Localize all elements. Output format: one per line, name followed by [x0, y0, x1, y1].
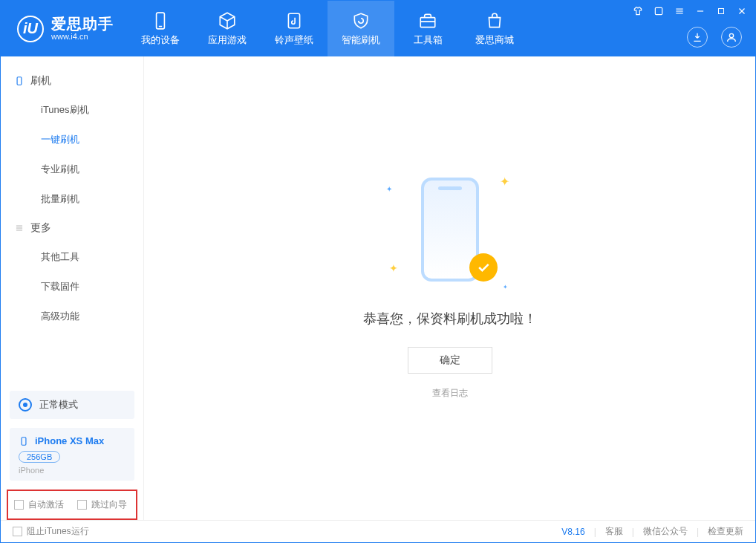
minimize-icon[interactable] — [694, 5, 706, 17]
maximize-icon[interactable] — [715, 5, 727, 17]
sidebar-item-batch-flash[interactable]: 批量刷机 — [1, 184, 143, 214]
svg-point-12 — [729, 33, 733, 37]
svg-rect-2 — [288, 13, 299, 28]
brand-url: www.i4.cn — [51, 32, 114, 41]
menu-icon[interactable] — [674, 5, 685, 17]
device-name: iPhone XS Max — [35, 435, 104, 446]
sidebar: 刷机 iTunes刷机 一键刷机 专业刷机 批量刷机 更多 其他工具 下载固件 … — [1, 56, 144, 520]
svg-rect-17 — [22, 437, 26, 445]
phone-outline-icon — [14, 76, 25, 86]
sidebar-item-pro-flash[interactable]: 专业刷机 — [1, 155, 143, 184]
nav-item-toolbox[interactable]: 工具箱 — [394, 1, 461, 56]
sidebar-item-itunes-flash[interactable]: iTunes刷机 — [1, 95, 143, 125]
main-nav: 我的设备 应用游戏 铃声壁纸 智能刷机 工具箱 爱思商城 — [127, 1, 528, 56]
svg-rect-13 — [17, 77, 22, 85]
bag-icon — [485, 11, 504, 30]
close-icon[interactable] — [736, 5, 748, 17]
success-illustration: ✦ ✦ ✦ ✦ — [405, 178, 495, 296]
sidebar-item-advanced[interactable]: 高级功能 — [1, 302, 143, 331]
nav-item-ringtones[interactable]: 铃声壁纸 — [261, 1, 328, 56]
refresh-shield-icon — [351, 11, 371, 30]
sparkle-icon: ✦ — [389, 262, 398, 274]
feedback-icon[interactable] — [653, 5, 665, 17]
svg-rect-3 — [420, 17, 435, 27]
sidebar-item-other-tools[interactable]: 其他工具 — [1, 242, 143, 272]
user-icon[interactable] — [721, 27, 742, 48]
nav-item-store[interactable]: 爱思商城 — [461, 1, 528, 56]
device-icon — [151, 11, 170, 30]
sparkle-icon: ✦ — [500, 175, 509, 189]
options-highlight-box: 自动激活 跳过向导 — [7, 490, 137, 520]
footer-link-wechat[interactable]: 微信公众号 — [643, 525, 688, 538]
mode-indicator-icon — [19, 398, 32, 412]
music-file-icon — [284, 11, 304, 30]
success-message: 恭喜您，保资料刷机成功啦！ — [363, 310, 537, 328]
footer-link-update[interactable]: 检查更新 — [708, 525, 743, 538]
sparkle-icon: ✦ — [503, 284, 508, 290]
logo-icon: iU — [17, 16, 44, 42]
device-capacity: 256GB — [19, 451, 60, 463]
success-check-icon — [469, 253, 498, 282]
header-right-actions — [687, 27, 742, 48]
sidebar-item-download-firmware[interactable]: 下载固件 — [1, 272, 143, 302]
version-label: V8.16 — [561, 527, 584, 537]
svg-rect-9 — [719, 9, 724, 14]
device-card[interactable]: iPhone XS Max 256GB iPhone — [10, 428, 134, 481]
checkbox-icon — [13, 527, 22, 536]
sidebar-group-more: 更多 — [1, 214, 143, 242]
sidebar-item-oneclick-flash[interactable]: 一键刷机 — [1, 125, 143, 155]
mode-label: 正常模式 — [39, 398, 78, 412]
checkbox-icon — [77, 500, 87, 510]
sidebar-group-flash: 刷机 — [1, 67, 143, 95]
device-type: iPhone — [19, 466, 126, 475]
checkbox-block-itunes[interactable]: 阻止iTunes运行 — [13, 525, 89, 538]
download-icon[interactable] — [687, 27, 708, 48]
sparkle-icon: ✦ — [386, 185, 392, 193]
checkbox-skip-guide[interactable]: 跳过向导 — [77, 498, 127, 511]
window-controls-extra — [632, 5, 748, 17]
cube-icon — [218, 11, 237, 30]
checkbox-auto-activate[interactable]: 自动激活 — [14, 498, 64, 511]
skin-icon[interactable] — [632, 5, 644, 17]
main-content: ✦ ✦ ✦ ✦ 恭喜您，保资料刷机成功啦！ 确定 查看日志 — [144, 56, 755, 520]
status-bar: 阻止iTunes运行 V8.16 | 客服 | 微信公众号 | 检查更新 — [1, 520, 755, 542]
list-icon — [14, 223, 25, 233]
toolbox-icon — [418, 11, 437, 30]
svg-rect-4 — [655, 7, 662, 14]
checkbox-icon — [14, 500, 24, 510]
nav-item-apps[interactable]: 应用游戏 — [194, 1, 261, 56]
brand-name: 爱思助手 — [51, 16, 114, 32]
brand-logo: iU 爱思助手 www.i4.cn — [1, 1, 127, 56]
phone-small-icon — [19, 436, 29, 446]
view-log-link[interactable]: 查看日志 — [432, 387, 468, 400]
nav-item-flash[interactable]: 智能刷机 — [328, 1, 394, 56]
nav-item-device[interactable]: 我的设备 — [127, 1, 194, 56]
footer-link-support[interactable]: 客服 — [605, 525, 623, 538]
ok-button[interactable]: 确定 — [408, 347, 492, 374]
device-mode-card[interactable]: 正常模式 — [10, 391, 134, 419]
app-header: iU 爱思助手 www.i4.cn 我的设备 应用游戏 铃声壁纸 智能刷机 工具… — [1, 1, 755, 56]
